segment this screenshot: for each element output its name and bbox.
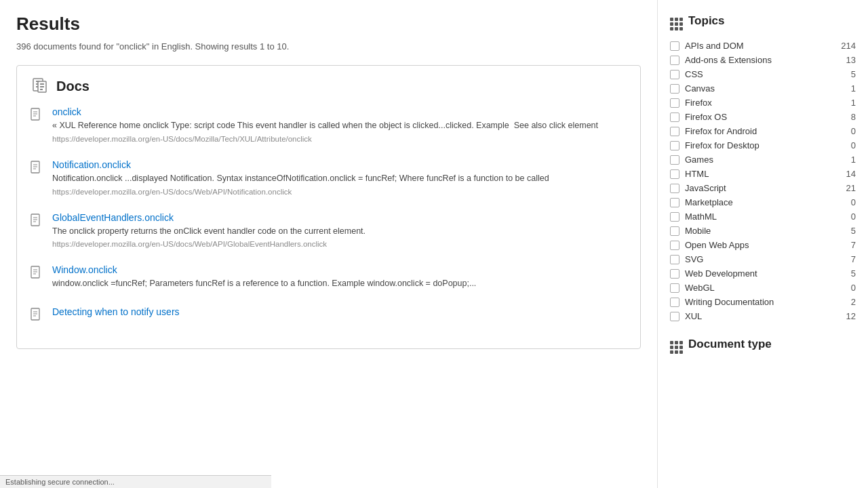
- topic-checkbox[interactable]: [670, 241, 679, 250]
- grid-icon: [670, 11, 683, 30]
- topic-item[interactable]: Firefox for Desktop 0: [670, 138, 856, 152]
- topic-item[interactable]: Canvas 1: [670, 81, 856, 96]
- topic-checkbox[interactable]: [670, 212, 679, 222]
- doc-item: GlobalEventHandlers.onclick The onclick …: [31, 212, 627, 249]
- topic-checkbox[interactable]: [670, 255, 679, 264]
- svg-rect-5: [40, 83, 44, 85]
- topic-label: JavaScript: [685, 183, 842, 193]
- doc-item-icon: [31, 214, 44, 227]
- topic-checkbox[interactable]: [670, 169, 679, 179]
- topic-checkbox[interactable]: [670, 283, 679, 293]
- topic-label: Games: [685, 155, 842, 165]
- status-text: Establishing secure connection...: [5, 478, 115, 486]
- topic-checkbox[interactable]: [670, 70, 679, 79]
- docs-icon: [31, 77, 50, 96]
- topic-label: SVG: [685, 254, 842, 264]
- topic-item[interactable]: Mobile 5: [670, 224, 856, 238]
- topic-checkbox[interactable]: [670, 184, 679, 193]
- doc-item-content: Notification.onclick Notification.onclic…: [52, 159, 627, 196]
- topic-item[interactable]: Marketplace 0: [670, 195, 856, 209]
- topic-label: Writing Documentation: [685, 297, 842, 307]
- topic-item[interactable]: XUL 12: [670, 309, 856, 323]
- topic-count: 12: [842, 311, 856, 321]
- topic-checkbox[interactable]: [670, 84, 679, 94]
- topic-checkbox[interactable]: [670, 127, 679, 136]
- topic-checkbox[interactable]: [670, 198, 679, 207]
- doc-title[interactable]: onclick: [52, 106, 81, 117]
- doc-title[interactable]: GlobalEventHandlers.onclick: [52, 212, 174, 223]
- doc-item-content: onclick « XUL Reference home onclick Typ…: [52, 106, 627, 143]
- doc-item: Detecting when to notify users: [31, 306, 627, 321]
- doc-item: onclick « XUL Reference home onclick Typ…: [31, 106, 627, 143]
- doc-title[interactable]: Detecting when to notify users: [52, 306, 180, 317]
- topic-item[interactable]: SVG 7: [670, 252, 856, 266]
- topic-label: Open Web Apps: [685, 240, 842, 250]
- topic-count: 5: [842, 226, 856, 236]
- topic-item[interactable]: CSS 5: [670, 67, 856, 81]
- topic-checkbox[interactable]: [670, 141, 679, 150]
- topic-item[interactable]: Open Web Apps 7: [670, 238, 856, 252]
- results-heading: Results: [16, 14, 641, 35]
- topic-item[interactable]: WebGL 0: [670, 281, 856, 295]
- topic-label: Firefox OS: [685, 112, 842, 122]
- topic-item[interactable]: Firefox for Android 0: [670, 124, 856, 138]
- status-bar: Establishing secure connection...: [0, 475, 271, 488]
- topic-checkbox[interactable]: [670, 113, 679, 122]
- topic-label: HTML: [685, 169, 842, 179]
- doc-item-content: Detecting when to notify users: [52, 306, 627, 317]
- topic-checkbox[interactable]: [670, 269, 679, 279]
- topic-item[interactable]: Writing Documentation 2: [670, 295, 856, 309]
- doc-excerpt: window.onclick =funcRef; Parameters func…: [52, 277, 627, 290]
- docs-section-header: Docs: [31, 77, 627, 96]
- topic-item[interactable]: Add-ons & Extensions 13: [670, 53, 856, 67]
- topic-item[interactable]: Games 1: [670, 152, 856, 167]
- topic-count: 14: [842, 169, 856, 179]
- topic-checkbox[interactable]: [670, 155, 679, 165]
- topics-heading: Topics: [688, 14, 725, 28]
- topic-count: 0: [842, 283, 856, 293]
- topic-item[interactable]: JavaScript 21: [670, 181, 856, 195]
- topic-count: 13: [842, 55, 856, 65]
- topic-label: CSS: [685, 69, 842, 79]
- topic-count: 0: [842, 197, 856, 207]
- topic-checkbox[interactable]: [670, 298, 679, 307]
- topic-label: APIs and DOM: [685, 41, 841, 51]
- topic-checkbox[interactable]: [670, 41, 679, 51]
- topic-label: Add-ons & Extensions: [685, 55, 842, 65]
- topic-item[interactable]: Firefox 1: [670, 96, 856, 110]
- svg-rect-6: [40, 86, 44, 87]
- doc-item-icon: [31, 108, 44, 121]
- doc-excerpt: « XUL Reference home onclick Type: scrip…: [52, 119, 627, 132]
- topic-checkbox[interactable]: [670, 312, 679, 321]
- topic-item[interactable]: MathML 0: [670, 209, 856, 224]
- topic-label: Canvas: [685, 83, 842, 94]
- doc-title[interactable]: Window.onclick: [52, 264, 117, 275]
- topic-label: Firefox for Android: [685, 126, 842, 136]
- grid-icon-2: [670, 334, 683, 354]
- topic-checkbox[interactable]: [670, 98, 679, 108]
- results-summary: 396 documents found for "onclick" in Eng…: [16, 41, 641, 52]
- topics-list: APIs and DOM 214 Add-ons & Extensions 13…: [670, 39, 856, 323]
- sidebar: Topics APIs and DOM 214 Add-ons & Extens…: [658, 0, 868, 488]
- doc-item: Window.onclick window.onclick =funcRef; …: [31, 264, 627, 290]
- topic-count: 5: [842, 268, 856, 279]
- doc-url: https://developer.mozilla.org/en-US/docs…: [52, 188, 627, 196]
- topic-item[interactable]: Web Development 5: [670, 266, 856, 281]
- topic-label: WebGL: [685, 283, 842, 293]
- topic-label: XUL: [685, 311, 842, 321]
- doc-item-content: GlobalEventHandlers.onclick The onclick …: [52, 212, 627, 249]
- topic-count: 0: [842, 126, 856, 136]
- topic-count: 2: [842, 297, 856, 307]
- topic-label: Web Development: [685, 268, 842, 279]
- topic-item[interactable]: APIs and DOM 214: [670, 39, 856, 53]
- topic-checkbox[interactable]: [670, 226, 679, 236]
- doc-title[interactable]: Notification.onclick: [52, 159, 131, 170]
- docs-section: Docs onclick « XUL Reference home onclic…: [16, 65, 641, 349]
- topic-count: 214: [841, 41, 856, 51]
- topic-item[interactable]: Firefox OS 8: [670, 110, 856, 124]
- topic-item[interactable]: HTML 14: [670, 167, 856, 181]
- topic-checkbox[interactable]: [670, 56, 679, 65]
- doc-excerpt: Notification.onclick ...displayed Notifi…: [52, 172, 627, 185]
- doc-item: Notification.onclick Notification.onclic…: [31, 159, 627, 196]
- topic-count: 0: [842, 140, 856, 150]
